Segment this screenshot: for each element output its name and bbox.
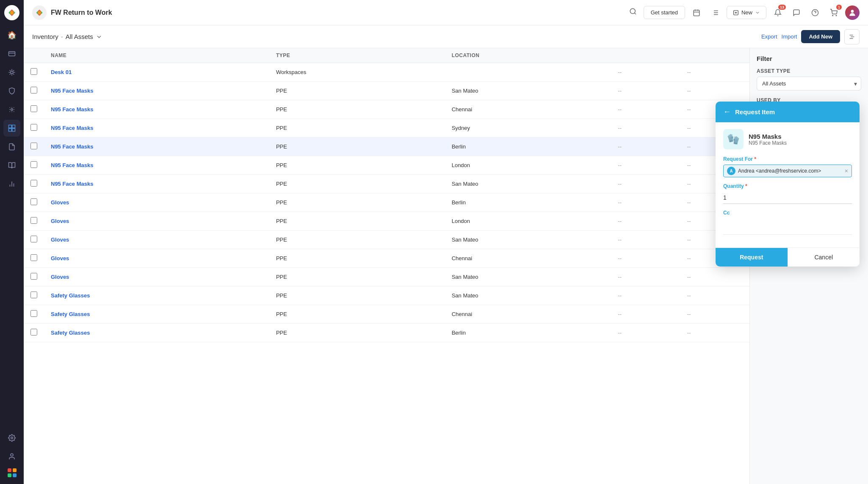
- asset-name-cell: N95 Face Masks: [44, 156, 269, 175]
- row-checkbox[interactable]: [30, 161, 37, 168]
- row-checkbox[interactable]: [30, 124, 37, 131]
- modal-item-info: 🧤 N95 Masks N95 Face Masks: [723, 129, 852, 149]
- chat-button[interactable]: [789, 6, 804, 20]
- asset-col5-cell: --: [680, 82, 749, 100]
- table-row[interactable]: N95 Face Masks PPE San Mateo -- --: [24, 82, 749, 100]
- cart-button[interactable]: 1: [827, 6, 841, 20]
- cc-input[interactable]: [723, 218, 852, 230]
- table-row[interactable]: Gloves PPE London -- --: [24, 212, 749, 231]
- asset-type-cell: Workspaces: [269, 63, 445, 82]
- calendar-button[interactable]: [689, 6, 704, 20]
- sub-header-actions: Export Import Add New: [761, 29, 860, 44]
- get-started-button[interactable]: Get started: [644, 6, 685, 19]
- table-header-row: Name Type Location: [24, 48, 749, 63]
- asset-type-cell: PPE: [269, 82, 445, 100]
- modal-header: ← Request Item: [716, 102, 860, 122]
- reports-nav-button[interactable]: [708, 6, 722, 20]
- table-row[interactable]: N95 Face Masks PPE San Mateo -- --: [24, 175, 749, 193]
- sidebar-item-knowledge[interactable]: [3, 157, 20, 174]
- row-checkbox[interactable]: [30, 254, 37, 261]
- asset-type-select-wrapper: All Assets ▾: [757, 77, 861, 91]
- asset-location-cell: Berlin: [445, 324, 611, 342]
- row-checkbox[interactable]: [30, 217, 37, 224]
- import-button[interactable]: Import: [782, 33, 797, 40]
- item-name: N95 Masks: [749, 133, 787, 140]
- sidebar-item-automation[interactable]: [3, 101, 20, 118]
- row-checkbox[interactable]: [30, 198, 37, 205]
- table-row[interactable]: Safety Glasses PPE San Mateo -- --: [24, 286, 749, 305]
- table-row[interactable]: N95 Face Masks PPE London -- --: [24, 156, 749, 175]
- row-checkbox[interactable]: [30, 180, 37, 187]
- table-row[interactable]: Gloves PPE San Mateo -- --: [24, 231, 749, 249]
- search-button[interactable]: [627, 5, 639, 20]
- new-button[interactable]: New: [727, 6, 766, 19]
- requester-avatar: A: [727, 167, 735, 175]
- asset-location-cell: London: [445, 156, 611, 175]
- table-row[interactable]: Desk 01 Workspaces -- --: [24, 63, 749, 82]
- asset-name-cell: Gloves: [44, 231, 269, 249]
- asset-type-cell: PPE: [269, 193, 445, 212]
- sidebar-item-inventory[interactable]: [3, 120, 20, 137]
- help-button[interactable]: [808, 6, 822, 20]
- sidebar-item-shield[interactable]: [3, 82, 20, 99]
- table-row[interactable]: Gloves PPE San Mateo -- --: [24, 268, 749, 286]
- table-row[interactable]: Safety Glasses PPE Chennai -- --: [24, 305, 749, 324]
- row-checkbox[interactable]: [30, 105, 37, 112]
- new-label: New: [741, 9, 752, 16]
- cancel-button[interactable]: Cancel: [788, 248, 860, 267]
- asset-location-cell: Berlin: [445, 138, 611, 156]
- asset-name-cell: N95 Face Masks: [44, 100, 269, 119]
- svg-point-5: [11, 109, 13, 111]
- export-button[interactable]: Export: [761, 33, 777, 40]
- sidebar-item-reports[interactable]: [3, 176, 20, 192]
- requester-name: Andrea <andrea@freshservice.com>: [738, 168, 821, 174]
- requester-remove-icon[interactable]: ×: [845, 168, 848, 174]
- table-row[interactable]: Safety Glasses PPE Berlin -- --: [24, 324, 749, 342]
- cart-icon: [830, 9, 838, 16]
- requester-tag[interactable]: A Andrea <andrea@freshservice.com> ×: [723, 165, 852, 177]
- table-row[interactable]: N95 Face Masks PPE Berlin -- --: [24, 138, 749, 156]
- asset-location-cell: San Mateo: [445, 82, 611, 100]
- apps-grid-icon[interactable]: [6, 467, 18, 479]
- svg-point-17: [630, 8, 635, 14]
- asset-type-cell: PPE: [269, 305, 445, 324]
- sidebar-item-settings[interactable]: [3, 429, 20, 446]
- svg-point-13: [11, 437, 13, 439]
- row-checkbox[interactable]: [30, 143, 37, 149]
- sidebar-item-documents[interactable]: [3, 138, 20, 155]
- sidebar: 🏠: [0, 0, 24, 484]
- row-checkbox[interactable]: [30, 329, 37, 336]
- notifications-button[interactable]: 13: [771, 6, 785, 20]
- request-item-modal: ← Request Item 🧤 N95 Masks N95 Face Mask…: [716, 102, 860, 267]
- asset-name-cell: Desk 01: [44, 63, 269, 82]
- item-subtitle: N95 Face Masks: [749, 140, 787, 146]
- row-checkbox[interactable]: [30, 292, 37, 298]
- row-checkbox[interactable]: [30, 236, 37, 242]
- avatar[interactable]: [845, 6, 860, 20]
- filter-title: Filter: [757, 55, 861, 62]
- sidebar-item-profile[interactable]: [3, 448, 20, 465]
- row-checkbox[interactable]: [30, 87, 37, 94]
- table-row[interactable]: N95 Face Masks PPE Sydney -- --: [24, 119, 749, 138]
- col-4: [611, 48, 680, 63]
- asset-type-select[interactable]: All Assets: [757, 77, 861, 91]
- sidebar-item-home[interactable]: 🏠: [3, 27, 20, 44]
- table-row[interactable]: N95 Face Masks PPE Chennai -- --: [24, 100, 749, 119]
- table-row[interactable]: Gloves PPE Berlin -- --: [24, 193, 749, 212]
- filter-icon-button[interactable]: [844, 29, 860, 44]
- add-new-button[interactable]: Add New: [801, 30, 840, 43]
- sidebar-item-bugs[interactable]: [3, 64, 20, 81]
- request-button[interactable]: Request: [716, 248, 788, 267]
- row-checkbox[interactable]: [30, 68, 37, 75]
- quantity-input[interactable]: [723, 192, 852, 204]
- row-checkbox[interactable]: [30, 310, 37, 317]
- asset-name-cell: N95 Face Masks: [44, 82, 269, 100]
- table-row[interactable]: Gloves PPE Chennai -- --: [24, 249, 749, 268]
- logo[interactable]: [4, 5, 19, 22]
- svg-point-35: [836, 15, 837, 16]
- asset-name-cell: Gloves: [44, 212, 269, 231]
- row-checkbox[interactable]: [30, 273, 37, 280]
- sidebar-item-tickets[interactable]: [3, 45, 20, 62]
- asset-location-cell: [445, 63, 611, 82]
- modal-back-button[interactable]: ←: [723, 107, 731, 116]
